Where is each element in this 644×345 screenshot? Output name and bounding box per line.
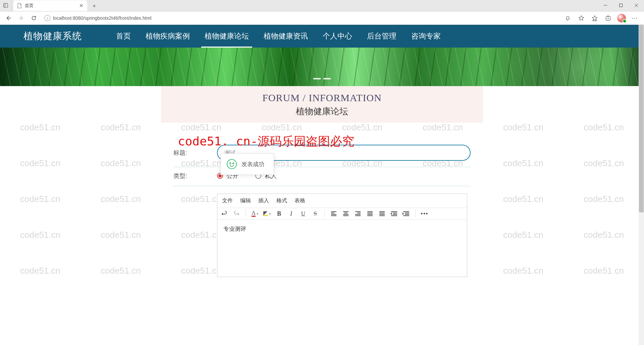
favorite-button[interactable]: [575, 12, 588, 24]
text-color-button[interactable]: A▾: [251, 210, 259, 217]
rich-text-editor: 文件 编辑 插入 格式 表格 A▾ ▾ B I U S •••: [217, 194, 467, 277]
url-text: localhost:8080/springbootx2t46/front/ind…: [53, 15, 151, 21]
nav-link-cases[interactable]: 植物疾病案例: [138, 25, 197, 48]
tab-close-button[interactable]: ✕: [78, 3, 84, 8]
browser-tab[interactable]: 首页 ✕: [13, 0, 87, 11]
new-tab-button[interactable]: +: [89, 1, 99, 11]
section-title-en: FORUM / INFORMATION: [161, 92, 483, 104]
italic-button[interactable]: I: [287, 210, 295, 217]
site-logo[interactable]: 植物健康系统: [23, 30, 82, 43]
outdent-button[interactable]: [390, 210, 398, 217]
read-aloud-button[interactable]: [561, 12, 574, 24]
profile-avatar[interactable]: [617, 14, 626, 22]
menu-button[interactable]: ⋯: [629, 12, 641, 24]
section-title-cn: 植物健康论坛: [161, 106, 483, 117]
align-left-button[interactable]: [330, 210, 337, 217]
collections-button[interactable]: [602, 12, 614, 24]
menu-format[interactable]: 格式: [276, 197, 287, 204]
site-info-icon[interactable]: i: [44, 15, 50, 21]
hero-banner: [0, 48, 644, 86]
editor-content[interactable]: 专业测评: [217, 220, 467, 277]
toast-message: 发表成功: [241, 160, 264, 168]
vertical-scrollbar[interactable]: [639, 25, 644, 345]
editor-toolbar: A▾ ▾ B I U S •••: [217, 208, 467, 220]
menu-insert[interactable]: 插入: [258, 197, 269, 204]
menu-table[interactable]: 表格: [294, 197, 305, 204]
forward-button[interactable]: [15, 12, 27, 24]
window-maximize-button[interactable]: [613, 0, 629, 11]
address-bar: i localhost:8080/springbootx2t46/front/i…: [0, 11, 644, 25]
underline-button[interactable]: U: [300, 210, 307, 217]
strikethrough-button[interactable]: S: [312, 210, 319, 217]
nav-link-profile[interactable]: 个人中心: [315, 25, 360, 48]
redo-button[interactable]: [233, 210, 240, 217]
nav-link-news[interactable]: 植物健康资讯: [256, 25, 315, 48]
align-justify-button[interactable]: [366, 210, 374, 217]
menu-edit[interactable]: 编辑: [240, 197, 251, 204]
nav-links: 首页 植物疾病案例 植物健康论坛 植物健康资讯 个人中心 后台管理 咨询专家: [109, 25, 448, 48]
undo-button[interactable]: [221, 210, 228, 217]
nav-link-consult[interactable]: 咨询专家: [404, 25, 448, 48]
bold-button[interactable]: B: [275, 210, 283, 217]
success-toast: 发表成功: [220, 153, 274, 175]
align-justify2-button[interactable]: [378, 210, 386, 217]
site-nav: 植物健康系统 首页 植物疾病案例 植物健康论坛 植物健康资讯 个人中心 后台管理…: [0, 25, 644, 48]
menu-file[interactable]: 文件: [222, 197, 233, 204]
nav-link-admin[interactable]: 后台管理: [360, 25, 404, 48]
window-close-button[interactable]: [629, 0, 644, 11]
align-right-button[interactable]: [354, 210, 362, 217]
carousel-dots[interactable]: [313, 78, 331, 79]
url-field[interactable]: i localhost:8080/springbootx2t46/front/i…: [41, 13, 560, 23]
tab-actions-button[interactable]: [0, 0, 11, 11]
editor-menu-bar: 文件 编辑 插入 格式 表格: [217, 194, 467, 208]
nav-link-forum[interactable]: 植物健康论坛: [197, 25, 256, 48]
refresh-button[interactable]: [28, 12, 40, 24]
svg-rect-3: [620, 4, 623, 7]
page-icon: [17, 3, 22, 8]
nav-link-home[interactable]: 首页: [109, 25, 138, 48]
back-button[interactable]: [3, 12, 14, 24]
highlight-button[interactable]: ▾: [263, 210, 271, 217]
window-minimize-button[interactable]: [598, 0, 613, 11]
post-form: 标题: 类型: 公开 私人 文件 编辑 插入 格式 表格 A▾: [173, 140, 471, 277]
browser-tab-bar: 首页 ✕ +: [0, 0, 644, 11]
tab-title: 首页: [25, 3, 76, 9]
indent-button[interactable]: [402, 210, 410, 217]
smile-icon: [227, 159, 237, 169]
type-label: 类型:: [173, 172, 217, 180]
section-header: FORUM / INFORMATION 植物健康论坛: [161, 86, 483, 123]
favorites-bar-button[interactable]: [588, 12, 601, 24]
align-center-button[interactable]: [342, 210, 350, 217]
title-label: 标题:: [173, 149, 217, 157]
scrollbar-thumb[interactable]: [639, 25, 644, 212]
svg-rect-0: [4, 3, 8, 7]
more-button[interactable]: •••: [421, 210, 428, 217]
